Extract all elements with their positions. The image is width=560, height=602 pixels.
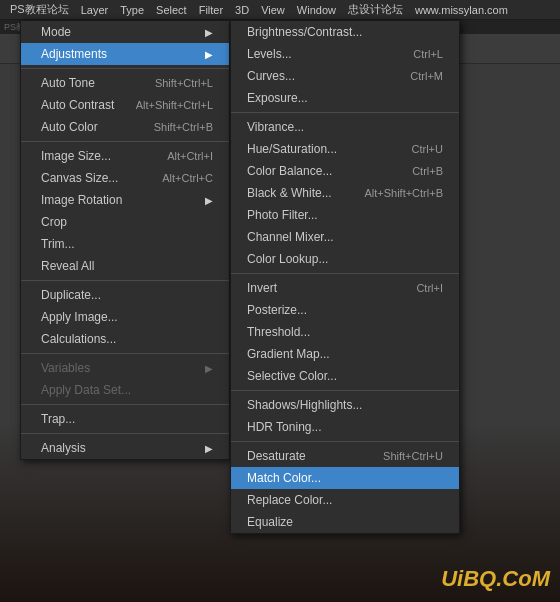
menu-missylan[interactable]: www.missylan.com	[409, 0, 514, 19]
menu-item-trap[interactable]: Trap...	[21, 408, 229, 430]
menu-ps-forum[interactable]: PS教程论坛	[4, 0, 75, 19]
adj-shadows-highlights[interactable]: Shadows/Highlights...	[231, 394, 459, 416]
menu-bar: PS教程论坛 Layer Type Select Filter 3D View …	[0, 0, 560, 20]
adj-brightness[interactable]: Brightness/Contrast...	[231, 21, 459, 43]
menu-item-reveal-all[interactable]: Reveal All	[21, 255, 229, 277]
menu-item-apply-image[interactable]: Apply Image...	[21, 306, 229, 328]
adj-replace-color[interactable]: Replace Color...	[231, 489, 459, 511]
menu-item-adjustments[interactable]: Adjustments ▶	[21, 43, 229, 65]
menu-type[interactable]: Type	[114, 0, 150, 19]
menu-item-calculations[interactable]: Calculations...	[21, 328, 229, 350]
adj-hue-sat[interactable]: Hue/Saturation... Ctrl+U	[231, 138, 459, 160]
adj-photo-filter[interactable]: Photo Filter...	[231, 204, 459, 226]
adj-gradient-map[interactable]: Gradient Map...	[231, 343, 459, 365]
menu-layer[interactable]: Layer	[75, 0, 115, 19]
menu-view[interactable]: View	[255, 0, 291, 19]
menu-item-canvas-size[interactable]: Canvas Size... Alt+Ctrl+C	[21, 167, 229, 189]
adj-invert[interactable]: Invert Ctrl+I	[231, 277, 459, 299]
menu-item-image-size[interactable]: Image Size... Alt+Ctrl+I	[21, 145, 229, 167]
menu-item-auto-contrast[interactable]: Auto Contrast Alt+Shift+Ctrl+L	[21, 94, 229, 116]
menu-filter[interactable]: Filter	[193, 0, 229, 19]
adj-equalize[interactable]: Equalize	[231, 511, 459, 533]
menu-item-variables: Variables ▶	[21, 357, 229, 379]
adj-threshold[interactable]: Threshold...	[231, 321, 459, 343]
adj-selective-color[interactable]: Selective Color...	[231, 365, 459, 387]
menu-item-crop[interactable]: Crop	[21, 211, 229, 233]
image-menu: Mode ▶ Adjustments ▶ Auto Tone Shift+Ctr…	[20, 20, 230, 460]
menu-item-auto-color[interactable]: Auto Color Shift+Ctrl+B	[21, 116, 229, 138]
menu-item-trim[interactable]: Trim...	[21, 233, 229, 255]
adj-vibrance[interactable]: Vibrance...	[231, 116, 459, 138]
menu-item-auto-tone[interactable]: Auto Tone Shift+Ctrl+L	[21, 72, 229, 94]
menu-window[interactable]: Window	[291, 0, 342, 19]
menu-item-duplicate[interactable]: Duplicate...	[21, 284, 229, 306]
adj-hdr-toning[interactable]: HDR Toning...	[231, 416, 459, 438]
menu-item-mode[interactable]: Mode ▶	[21, 21, 229, 43]
adj-levels[interactable]: Levels... Ctrl+L	[231, 43, 459, 65]
adj-curves[interactable]: Curves... Ctrl+M	[231, 65, 459, 87]
adj-desaturate[interactable]: Desaturate Shift+Ctrl+U	[231, 445, 459, 467]
adj-posterize[interactable]: Posterize...	[231, 299, 459, 321]
adj-color-lookup[interactable]: Color Lookup...	[231, 248, 459, 270]
menu-item-analysis[interactable]: Analysis ▶	[21, 437, 229, 459]
adj-channel-mixer[interactable]: Channel Mixer...	[231, 226, 459, 248]
adj-black-white[interactable]: Black & White... Alt+Shift+Ctrl+B	[231, 182, 459, 204]
menu-select[interactable]: Select	[150, 0, 193, 19]
adj-color-balance[interactable]: Color Balance... Ctrl+B	[231, 160, 459, 182]
menu-3d[interactable]: 3D	[229, 0, 255, 19]
adjustments-submenu: Brightness/Contrast... Levels... Ctrl+L …	[230, 20, 460, 534]
menu-item-apply-data-set: Apply Data Set...	[21, 379, 229, 401]
menu-item-image-rotation[interactable]: Image Rotation ▶	[21, 189, 229, 211]
menu-zhong[interactable]: 忠设计论坛	[342, 0, 409, 19]
adj-match-color[interactable]: Match Color...	[231, 467, 459, 489]
adj-exposure[interactable]: Exposure...	[231, 87, 459, 109]
